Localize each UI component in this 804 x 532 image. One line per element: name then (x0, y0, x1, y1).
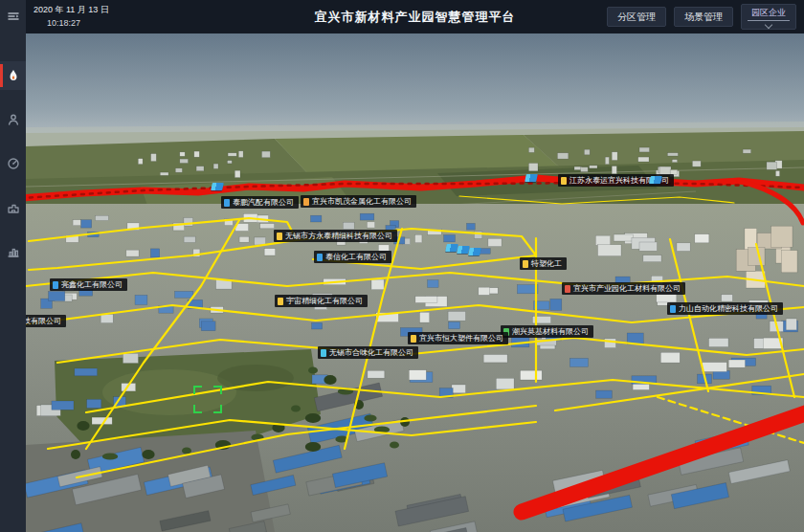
app-window: 泰鹏汽配有限公司宜兴市凯茂金属化工有限公司无锡市方永泰精细科技有限公司泰信化工有… (0, 0, 804, 532)
company-map-label[interactable]: 无锡市合味化工有限公司 (318, 346, 418, 359)
company-label-text: 无锡市合味化工有限公司 (329, 346, 413, 359)
company-map-label[interactable]: 宜兴市产业园化工材料有限公司 (562, 282, 685, 295)
company-map-label[interactable]: 无锡市方永泰精细科技有限公司 (274, 230, 397, 242)
company-label-text: 亮鑫化工有限公司 (61, 278, 123, 291)
company-marker-icon (523, 260, 528, 268)
scene-management-button[interactable]: 场景管理 (674, 7, 733, 27)
company-label-text: 宜兴市凯茂金属化工有限公司 (312, 195, 412, 208)
vehicle-marker[interactable] (649, 176, 662, 184)
map-canvas[interactable] (26, 33, 804, 532)
company-label-text: 宜兴市产业园化工材料有限公司 (573, 282, 681, 295)
company-label-text: 宇宙精细化工有限公司 (286, 295, 363, 307)
company-marker-icon (561, 177, 567, 185)
company-marker-icon (670, 305, 676, 313)
company-label-text: 无锡市方永泰精细科技有限公司 (285, 230, 392, 242)
company-label-text: 潮兴莫基材料有限公司 (512, 325, 589, 338)
dropdown-label: 园区企业 (748, 7, 790, 21)
company-map-label[interactable]: 潮兴莫基材料有限公司 (501, 325, 593, 338)
company-marker-icon (53, 281, 58, 289)
sidebar-item-menu[interactable] (0, 0, 26, 33)
flame-icon (7, 69, 20, 82)
sidebar-item-statistics[interactable] (0, 237, 26, 266)
company-label-text: 特塑化工 (531, 257, 562, 270)
company-map-label[interactable]: 力山自动化精密科技有限公司 (667, 302, 783, 315)
sidebar-item-fire-monitor[interactable] (0, 61, 26, 90)
company-marker-icon (277, 233, 282, 240)
sidebar-item-personnel[interactable] (0, 105, 26, 134)
header-actions: 分区管理 场景管理 园区企业 (607, 0, 796, 33)
factory-icon (7, 201, 20, 214)
company-marker-icon (411, 335, 416, 343)
map-3d-scene[interactable] (26, 33, 804, 532)
company-marker-icon (317, 254, 323, 261)
user-icon (7, 113, 20, 126)
vehicle-marker[interactable] (525, 174, 538, 182)
park-enterprise-dropdown[interactable]: 园区企业 (741, 4, 796, 30)
company-marker-icon (303, 198, 309, 206)
vehicle-marker[interactable] (468, 248, 481, 255)
company-map-label[interactable]: 特塑化工 (520, 257, 567, 270)
top-bar: 2020 年 11 月 13 日 10:18:27 宜兴市新材料产业园智慧管理平… (26, 0, 804, 33)
company-map-label[interactable]: 宇宙精细化工有限公司 (275, 295, 368, 307)
company-map-label[interactable]: 宜兴市凯茂金属化工有限公司 (301, 195, 416, 208)
company-marker-icon (224, 199, 230, 207)
company-map-label[interactable]: 宜兴市恒大塑件有限公司 (408, 332, 508, 344)
company-marker-icon (321, 349, 326, 357)
company-marker-icon (278, 298, 283, 305)
sidebar-item-enterprise[interactable] (0, 193, 26, 222)
company-label-text: 力山自动化精密科技有限公司 (679, 302, 778, 315)
company-label-text: 泰信化工有限公司 (325, 251, 387, 263)
company-map-label[interactable]: 泰鹏汽配有限公司 (221, 196, 299, 209)
sidebar-item-energy[interactable] (0, 149, 26, 178)
vehicle-marker[interactable] (211, 183, 224, 190)
bar-chart-icon (7, 245, 20, 258)
zone-management-button[interactable]: 分区管理 (607, 7, 666, 27)
company-label-text: 泰鹏汽配有限公司 (233, 196, 294, 209)
company-label-text: 宜兴市恒大塑件有限公司 (419, 332, 503, 344)
company-marker-icon (565, 285, 570, 293)
company-map-label[interactable]: 泰信化工有限公司 (314, 251, 391, 263)
menu-icon (7, 10, 20, 23)
left-toolbar (0, 0, 26, 532)
chevron-down-icon (765, 20, 772, 28)
gauge-icon (7, 157, 20, 170)
company-map-label[interactable]: 亮鑫化工有限公司 (50, 278, 127, 291)
